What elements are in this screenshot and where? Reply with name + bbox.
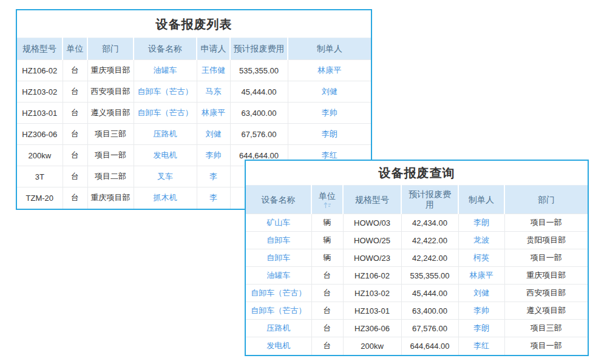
column-header-label: 设备名称	[148, 44, 182, 55]
cell-link[interactable]: 李帅	[197, 145, 230, 166]
table-cell: 63,400.00	[401, 302, 458, 320]
cell-link[interactable]: 刘健	[197, 124, 230, 145]
table-cell: 台	[311, 302, 343, 320]
column-header-label: 制单人	[469, 195, 494, 205]
table-title: 设备报废列表	[17, 10, 371, 38]
table-cell: HOWO/03	[343, 214, 401, 232]
table-cell: 项目二部	[87, 166, 134, 187]
table-cell: 项目一部	[87, 145, 134, 166]
table-cell: 遵义项目部	[504, 302, 588, 320]
cell-link[interactable]: 马东	[197, 81, 230, 103]
table-cell: HZ103-02	[343, 285, 401, 302]
table-cell: 贵阳项目部	[504, 232, 588, 249]
cell-link[interactable]: 刘健	[458, 285, 504, 302]
column-header: 单位	[311, 186, 343, 214]
table-cell: 重庆项目部	[87, 187, 134, 209]
table-cell: 西安项目部	[87, 81, 134, 103]
column-header-label: 部门	[102, 44, 119, 55]
cell-link[interactable]: 李朗	[458, 214, 504, 232]
cell-link[interactable]: 李红	[458, 337, 504, 355]
table-cell: 项目一部	[504, 337, 588, 355]
table-cell: 67,576.00	[230, 124, 288, 145]
table-cell: 200kw	[343, 337, 401, 355]
table-cell: 535,355.00	[230, 60, 288, 81]
table-title: 设备报废查询	[246, 161, 588, 185]
column-header: 单位	[63, 38, 87, 60]
table-row: 矿山车辆HOWO/0342,434.00李朗项目一部	[246, 214, 588, 232]
table-row: HZ103-01台遵义项目部自卸车（芒古）林康平63,400.00李帅	[17, 103, 371, 124]
cell-link[interactable]: 李朗	[288, 124, 371, 145]
cell-link[interactable]: 王伟健	[197, 60, 230, 81]
column-header-label: 制单人	[317, 44, 342, 55]
table-row: HZ306-06台项目三部压路机刘健67,576.00李朗	[17, 124, 371, 145]
table-cell: 台	[63, 81, 87, 103]
table-cell: 63,400.00	[230, 103, 288, 124]
cell-link[interactable]: 龙波	[458, 232, 504, 249]
cell-link[interactable]: 自卸车（芒古）	[134, 103, 197, 124]
table-cell: 项目三部	[504, 320, 588, 337]
column-header: 规格型号	[343, 186, 401, 214]
table-row: 自卸车（芒古）台HZ103-0245,444.00刘健西安项目部	[246, 285, 588, 302]
cell-link[interactable]: 发电机	[134, 145, 197, 166]
cell-link[interactable]: 自卸车（芒古）	[134, 81, 197, 103]
column-header-label: 预计报废费用	[234, 44, 285, 55]
table-row: 发电机台200kw644,644.00李红项目一部	[246, 337, 588, 355]
table-cell: HZ106-02	[343, 267, 401, 285]
table-row: 自卸车（芒古）台HZ103-0163,400.00李帅遵义项目部	[246, 302, 588, 320]
column-header: 制单人	[458, 186, 504, 214]
table-cell: 辆	[311, 249, 343, 267]
cell-link[interactable]: 压路机	[134, 124, 197, 145]
table-cell: 辆	[311, 214, 343, 232]
table-cell: HZ103-01	[343, 302, 401, 320]
cell-link[interactable]: 自卸车	[246, 232, 311, 249]
table-cell: 45,444.00	[401, 285, 458, 302]
cell-link[interactable]: 压路机	[246, 320, 311, 337]
table-cell: HZ103-02	[17, 81, 63, 103]
table-cell: 辆	[311, 232, 343, 249]
cell-link[interactable]: 林康平	[197, 103, 230, 124]
sort-icon[interactable]	[318, 202, 336, 209]
table-cell: 项目一部	[504, 249, 588, 267]
cell-link[interactable]: 油罐车	[246, 267, 311, 285]
column-header: 制单人	[288, 38, 371, 60]
cell-link[interactable]: 李帅	[288, 103, 371, 124]
table-cell: 台	[63, 187, 87, 209]
cell-link[interactable]: 柯英	[458, 249, 504, 267]
cell-link[interactable]: 刘健	[288, 81, 371, 103]
cell-link[interactable]: 自卸车（芒古）	[246, 302, 311, 320]
table-row: 自卸车辆HOWO/2342,242.00柯英项目一部	[246, 249, 588, 267]
cell-link[interactable]: 自卸车（芒古）	[246, 285, 311, 302]
column-header-label: 单位	[67, 44, 84, 55]
cell-link[interactable]: 矿山车	[246, 214, 311, 232]
column-header-label: 设备名称	[262, 195, 296, 205]
column-header-label: 申请人	[201, 44, 226, 55]
cell-link[interactable]: 油罐车	[134, 60, 197, 81]
cell-link[interactable]: 抓木机	[134, 187, 197, 209]
table-cell: 42,434.00	[401, 214, 458, 232]
table-cell: 台	[63, 124, 87, 145]
cell-link[interactable]: 自卸车	[246, 249, 311, 267]
column-header-label: 部门	[538, 195, 555, 205]
cell-link[interactable]: 发电机	[246, 337, 311, 355]
data-table: 设备名称单位规格型号预计报废费用制单人部门 矿山车辆HOWO/0342,434.…	[246, 185, 588, 355]
table-row: 压路机台HZ306-0667,576.00李朗项目三部	[246, 320, 588, 337]
table-cell: 3T	[17, 166, 63, 187]
cell-link[interactable]: 叉车	[134, 166, 197, 187]
table-cell: 台	[63, 145, 87, 166]
column-header: 规格型号	[17, 38, 63, 60]
table-cell: 535,355.00	[401, 267, 458, 285]
cell-link[interactable]: 李	[197, 166, 230, 187]
cell-link[interactable]: 李帅	[458, 302, 504, 320]
table-cell: HOWO/23	[343, 249, 401, 267]
table-cell: 45,444.00	[230, 81, 288, 103]
column-header: 设备名称	[246, 186, 311, 214]
cell-link[interactable]: 李朗	[458, 320, 504, 337]
cell-link[interactable]: 林康平	[458, 267, 504, 285]
table-cell: 台	[311, 337, 343, 355]
column-header: 设备名称	[134, 38, 197, 60]
table-row: HZ106-02台重庆项目部油罐车王伟健535,355.00林康平	[17, 60, 371, 81]
cell-link[interactable]: 李	[197, 187, 230, 209]
table-cell: HZ306-06	[17, 124, 63, 145]
cell-link[interactable]: 林康平	[288, 60, 371, 81]
table-cell: TZM-20	[17, 187, 63, 209]
